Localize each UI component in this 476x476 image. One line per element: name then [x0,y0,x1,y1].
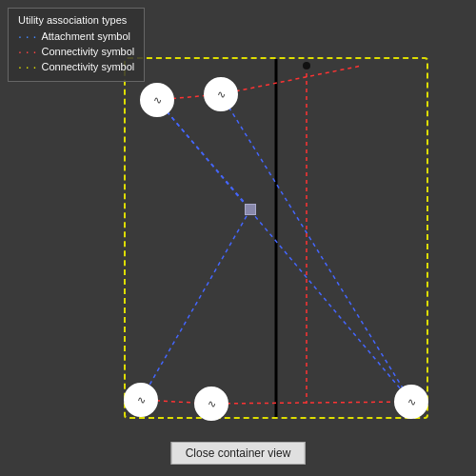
legend-title: Utility association types [18,14,134,26]
center-node [245,204,256,215]
node-top-mid-symbol: ∿ [217,89,226,101]
vertical-line [275,59,278,417]
legend-item-connectivity1: · · · Connectivity symbol [18,45,134,58]
connectivity1-label: Connectivity symbol [41,46,134,57]
legend-item-attachment: · · · Attachment symbol [18,30,134,43]
node-bottom-mid-symbol: ∿ [208,398,216,410]
node-bottom-mid[interactable]: ∿ [194,387,228,421]
close-container-button[interactable]: Close container view [171,442,306,465]
top-dot [303,62,310,69]
attachment-dot-icon: · · · [18,30,36,43]
node-bottom-left[interactable]: ∿ [124,383,158,417]
connectivity2-dot-icon: · · · [18,60,36,73]
legend-panel: Utility association types · · · Attachme… [8,8,145,82]
legend-item-connectivity2: · · · Connectivity symbol [18,60,134,73]
node-top-left-symbol: ∿ [153,94,162,107]
node-bottom-left-symbol: ∿ [137,394,146,407]
node-top-left[interactable]: ∿ [140,83,174,117]
connectivity2-label: Connectivity symbol [41,61,134,72]
attachment-label: Attachment symbol [41,30,130,42]
node-top-mid[interactable]: ∿ [204,77,238,111]
connectivity1-dot-icon: · · · [18,45,36,58]
node-bottom-right-symbol: ∿ [407,396,416,408]
node-bottom-right[interactable]: ∿ [394,385,428,419]
